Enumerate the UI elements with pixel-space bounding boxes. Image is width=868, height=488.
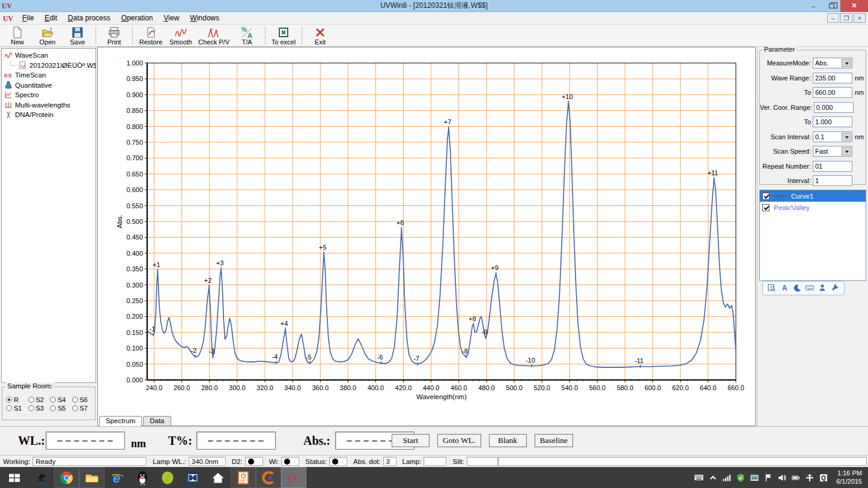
keyboard-small-icon[interactable] (805, 283, 815, 293)
start-button[interactable]: Start (392, 434, 429, 447)
sidebar-item-timescan[interactable]: 0:0TimeScan (2, 70, 96, 80)
scanner-app[interactable] (29, 467, 54, 488)
sidebar-item-wavescan[interactable]: WaveScan (2, 50, 96, 61)
child-close-button[interactable]: × (854, 13, 866, 23)
blank-button[interactable]: Blank (489, 434, 527, 447)
network-signal-icon[interactable] (722, 473, 731, 482)
input-wave-range[interactable]: 235.00 (813, 73, 852, 83)
tab-spectrum[interactable]: Spectrum (99, 416, 142, 426)
sample-room-option-s2[interactable]: S2 (28, 396, 49, 404)
user-icon[interactable] (818, 283, 827, 293)
qq-tray-icon[interactable]: Q (819, 473, 828, 482)
t-a-button[interactable]: %AT/A (232, 25, 262, 46)
restore-button[interactable] (822, 0, 840, 12)
exit-button[interactable]: Exit (305, 25, 335, 46)
touch-keyboard-icon[interactable] (694, 473, 703, 482)
input-repeat-number[interactable]: 01 (813, 161, 852, 172)
sample-room-option-s3[interactable]: S3 (28, 404, 49, 412)
caj-viewer-app[interactable] (256, 467, 281, 488)
show-hidden-icons[interactable] (708, 473, 717, 482)
svg-text:+8: +8 (469, 315, 476, 322)
open-button[interactable]: Open (32, 25, 62, 46)
dolby-app[interactable] (180, 467, 205, 488)
close-button[interactable]: ✕ (840, 0, 868, 12)
child-restore-button[interactable]: ❐ (840, 13, 852, 23)
child-minimize-button[interactable]: – (827, 13, 839, 23)
input-to[interactable]: 660.00 (813, 87, 852, 98)
input-to[interactable]: 1.000 (813, 116, 852, 127)
ime-cross-icon[interactable] (805, 473, 814, 482)
restore-button[interactable]: Restore (136, 25, 166, 46)
sidebar-item-dna-protein[interactable]: DNA/Protein (2, 110, 96, 120)
antivirus-shield-icon[interactable] (736, 473, 745, 482)
office-tool-app[interactable] (231, 467, 256, 488)
spectrum-plot[interactable]: 0.0000.0500.1000.1500.2000.2500.3000.350… (98, 47, 755, 426)
select-scan-interval[interactable]: 0.1 (813, 131, 852, 142)
tab-data[interactable]: Data (143, 416, 171, 426)
action-center-flag-icon[interactable] (763, 473, 772, 482)
file-explorer-app[interactable] (79, 467, 105, 488)
toolbar-button-label: New (11, 38, 24, 46)
new-button[interactable]: New (2, 25, 32, 46)
minimize-button[interactable]: – (804, 0, 822, 12)
visibility-checkbox[interactable] (762, 193, 769, 200)
wl-readout-field[interactable]: – – – – – – – (46, 432, 125, 450)
sample-room-option-r[interactable]: R (6, 396, 27, 404)
svg-text:0.150: 0.150 (126, 329, 143, 336)
sidebar-item-20120321-w[interactable]: 20120321ìØÈÜÒº.W$$ (2, 61, 96, 71)
uvwin-app[interactable]: UV (281, 467, 306, 488)
select-measuremode[interactable]: Abs. (813, 58, 852, 68)
menu-file[interactable]: File (17, 13, 39, 23)
t-percent-readout-field[interactable]: – – – – – – – (196, 432, 276, 450)
chrome-app[interactable] (54, 467, 79, 488)
night-icon[interactable] (792, 283, 802, 293)
curve-color-swatch (774, 196, 787, 197)
power-battery-icon[interactable] (791, 473, 800, 482)
status-spacer (498, 457, 867, 466)
spectro-icon (4, 91, 13, 99)
sidebar-item-multi-wavelengths[interactable]: Multi-wavelengths (2, 100, 96, 110)
sample-room-option-s6[interactable]: S6 (72, 396, 93, 404)
svg-text:-5: -5 (306, 354, 312, 361)
internet-explorer-app[interactable]: e (105, 467, 130, 488)
visibility-checkbox[interactable] (762, 204, 769, 211)
legend-item-curve1[interactable]: Curve1 (760, 190, 866, 202)
text-icon[interactable]: A (780, 283, 789, 293)
print-button[interactable]: Print (99, 25, 129, 46)
qq-app[interactable] (130, 467, 155, 488)
wrench-icon[interactable] (830, 283, 840, 293)
wl-unit-label: nm (131, 438, 146, 450)
start-button[interactable] (0, 467, 29, 488)
menu-operation[interactable]: Operation (116, 13, 159, 23)
save-button[interactable]: Save (62, 25, 93, 46)
menu-windows[interactable]: Windows (184, 13, 225, 23)
spectrum-chart-panel[interactable]: 0.0000.0500.1000.1500.2000.2500.3000.350… (97, 47, 756, 426)
zoom-box-icon[interactable] (767, 283, 777, 293)
goto-wl-button[interactable]: Goto WL. (437, 434, 481, 447)
home-app[interactable] (205, 467, 231, 488)
menu-data-process[interactable]: Data process (62, 13, 116, 23)
sidebar-item-spectro[interactable]: Spectro (2, 90, 96, 100)
menu-view[interactable]: View (159, 13, 185, 23)
menu-edit[interactable]: Edit (39, 13, 62, 23)
sample-room-option-s4[interactable]: S4 (50, 396, 71, 404)
legend-item-peak-valley[interactable]: Peak/Valley (760, 202, 866, 213)
volume-icon[interactable] (777, 473, 786, 482)
toolbar-button-label: To excel (272, 38, 296, 46)
sample-room-option-s5[interactable]: S5 (50, 404, 71, 412)
radio-button (50, 405, 56, 411)
select-scan-speed[interactable]: Fast (813, 146, 852, 157)
svg-text:+3: +3 (216, 259, 224, 267)
check-p-v-button[interactable]: Check P/V (196, 25, 232, 46)
sample-room-option-s7[interactable]: S7 (72, 404, 93, 412)
toolbar-button-label: Open (40, 38, 56, 46)
photos-tray-icon[interactable] (750, 473, 759, 482)
to-excel-button[interactable]: To excel (269, 25, 299, 46)
sample-room-option-s1[interactable]: S1 (6, 404, 27, 412)
smooth-button[interactable]: Smooth (166, 25, 196, 46)
sidebar-item-quantitative[interactable]: Quantitative (2, 80, 96, 91)
baseline-button[interactable]: Baseline (535, 434, 574, 447)
input-ver-coor-range[interactable]: 0.000 (814, 102, 854, 113)
qq-music-app[interactable] (155, 467, 180, 488)
input-interval[interactable]: 1 (813, 175, 852, 186)
